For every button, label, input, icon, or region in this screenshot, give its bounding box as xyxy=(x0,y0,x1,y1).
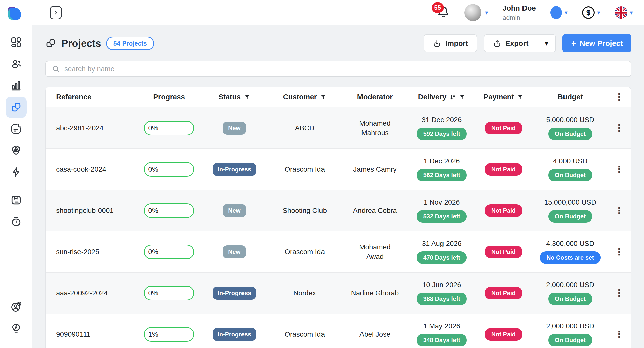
progress-input[interactable]: 1% xyxy=(144,327,194,342)
customer-name: Orascom Ida xyxy=(285,165,325,174)
column-header-reference[interactable]: Reference xyxy=(46,93,139,101)
progress-input[interactable]: 0% xyxy=(144,286,194,300)
column-header-progress[interactable]: Progress xyxy=(139,93,199,101)
project-reference: aaa-20092-2024 xyxy=(46,289,139,297)
filter-icon[interactable] xyxy=(459,94,465,100)
export-split-button: Export ▾ xyxy=(484,34,556,52)
project-reference: 909090111 xyxy=(46,330,139,338)
theme-selector[interactable]: ▾ xyxy=(550,6,568,19)
status-badge: New xyxy=(223,204,246,217)
customer-name: Shooting Club xyxy=(283,206,327,215)
sidebar-expand-button[interactable] xyxy=(50,6,62,19)
sidebar-item-groups[interactable] xyxy=(6,140,27,161)
sidebar-item-reports[interactable] xyxy=(6,75,27,96)
import-button[interactable]: Import xyxy=(424,34,477,52)
days-left-badge: 388 Days left xyxy=(417,293,467,305)
sidebar-item-activity[interactable] xyxy=(6,162,27,183)
payment-badge: Not Paid xyxy=(485,163,522,176)
table-row[interactable]: casa-cook-2024 0% In-Progress Orascom Id… xyxy=(46,149,631,190)
table-options-button[interactable]: ⋮ xyxy=(607,92,631,102)
customer-name: Orascom Ida xyxy=(285,330,325,339)
table-row[interactable]: sun-rise-2025 0% New Orascom Ida Mohamed… xyxy=(46,231,631,273)
user-info: John Doe admin xyxy=(503,4,536,22)
row-menu-icon[interactable]: ⋮ xyxy=(614,330,624,339)
sidebar-item-users[interactable] xyxy=(6,53,27,74)
sidebar-item-time-tracking[interactable] xyxy=(6,211,27,232)
column-header-delivery[interactable]: Delivery xyxy=(410,93,474,101)
budget-status-badge: On Budget xyxy=(548,210,592,223)
progress-input[interactable]: 0% xyxy=(144,245,194,259)
column-header-customer[interactable]: Customer xyxy=(269,93,340,101)
export-button[interactable]: Export xyxy=(484,35,537,52)
table-row[interactable]: shootingclub-0001 0% New Shooting Club A… xyxy=(46,190,631,231)
row-menu-icon[interactable]: ⋮ xyxy=(614,288,624,298)
budget-status-badge: On Budget xyxy=(548,128,592,140)
table-row[interactable]: 909090111 1% In-Progress Orascom Ida Abe… xyxy=(46,314,631,348)
delivery-date: 10 Jun 2026 xyxy=(422,281,461,289)
sidebar-item-invite-user[interactable] xyxy=(6,296,27,317)
language-selector[interactable]: ▾ xyxy=(615,6,633,19)
delivery-date: 1 May 2026 xyxy=(423,322,460,330)
filter-icon[interactable] xyxy=(244,94,250,100)
column-header-moderator[interactable]: Moderator xyxy=(340,93,410,101)
table-row[interactable]: aaa-20092-2024 0% In-Progress Nordex Nad… xyxy=(46,273,631,314)
table-row[interactable]: abc-2981-2024 0% New ABCD Mohamed Mahrou… xyxy=(46,107,631,149)
notifications-button[interactable]: 55 xyxy=(437,5,450,20)
import-icon xyxy=(433,39,441,48)
bar-chart-icon xyxy=(10,80,22,91)
projects-title-icon xyxy=(45,38,56,49)
budget-status-badge: On Budget xyxy=(548,334,592,346)
sidebar-item-library[interactable] xyxy=(6,189,27,211)
sidebar-item-dashboard[interactable] xyxy=(6,32,27,53)
plus-icon: + xyxy=(571,38,576,48)
progress-input[interactable]: 0% xyxy=(144,162,194,177)
currency-selector[interactable]: $ ▾ xyxy=(582,6,600,19)
filter-icon[interactable] xyxy=(517,94,524,100)
project-count-badge: 54 Projects xyxy=(106,37,154,50)
sidebar-divider xyxy=(0,186,32,186)
progress-input[interactable]: 0% xyxy=(144,203,194,218)
sidebar-item-tasks[interactable] xyxy=(6,118,27,139)
status-badge: New xyxy=(223,122,246,135)
table-body: abc-2981-2024 0% New ABCD Mohamed Mahrou… xyxy=(46,107,631,348)
lightbulb-icon xyxy=(10,323,22,334)
moderator-name: James Camry xyxy=(353,165,397,174)
column-header-status[interactable]: Status xyxy=(199,93,269,101)
payment-badge: Not Paid xyxy=(485,287,522,299)
chevron-down-icon: ▾ xyxy=(597,10,600,16)
currency-icon: $ xyxy=(582,6,595,19)
new-project-button[interactable]: + New Project xyxy=(562,34,631,52)
payment-badge: Not Paid xyxy=(485,122,522,134)
app-logo-icon[interactable] xyxy=(8,5,22,20)
days-left-badge: 532 Days left xyxy=(417,210,467,223)
moderator-name: Nadine Ghorab xyxy=(351,288,399,298)
new-project-label: New Project xyxy=(580,39,623,48)
payment-badge: Not Paid xyxy=(485,204,522,217)
row-menu-icon[interactable]: ⋮ xyxy=(614,123,624,133)
status-badge: In-Progress xyxy=(213,328,256,341)
chevron-down-icon: ▾ xyxy=(545,40,548,47)
sort-icon[interactable] xyxy=(449,94,456,100)
chevron-down-icon: ▾ xyxy=(630,10,633,16)
progress-input[interactable]: 0% xyxy=(144,121,194,135)
budget-status-badge: On Budget xyxy=(548,169,592,181)
topbar: 55 ▾ John Doe admin ▾ $ ▾ xyxy=(0,0,644,25)
column-header-payment[interactable]: Payment xyxy=(474,93,533,101)
project-reference: abc-2981-2024 xyxy=(46,124,139,132)
days-left-badge: 592 Days left xyxy=(417,128,467,140)
sidebar-item-whats-new[interactable] xyxy=(6,318,27,339)
user-menu[interactable]: ▾ xyxy=(464,4,488,21)
page-header: Projects 54 Projects Import xyxy=(45,34,631,52)
payment-badge: Not Paid xyxy=(485,328,522,341)
table-header: Reference Progress Status Customer Moder… xyxy=(46,87,631,107)
column-header-budget[interactable]: Budget xyxy=(533,93,607,101)
row-menu-icon[interactable]: ⋮ xyxy=(614,206,624,215)
export-options-button[interactable]: ▾ xyxy=(537,35,555,52)
days-left-badge: 348 Days left xyxy=(417,334,467,346)
row-menu-icon[interactable]: ⋮ xyxy=(614,247,624,257)
row-menu-icon[interactable]: ⋮ xyxy=(614,165,624,174)
sidebar-item-projects[interactable] xyxy=(6,97,27,118)
search-input[interactable] xyxy=(64,65,625,73)
filter-icon[interactable] xyxy=(320,94,327,100)
user-name: John Doe xyxy=(503,4,536,13)
